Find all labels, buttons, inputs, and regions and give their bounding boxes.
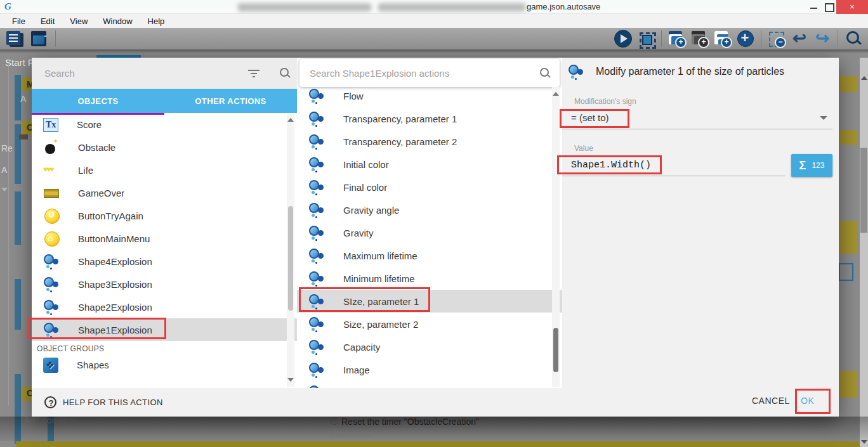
close-button[interactable]: × (836, 0, 868, 14)
chevron-down-icon[interactable] (820, 116, 827, 120)
menu-item[interactable]: Help (141, 16, 172, 26)
undo-icon[interactable]: ↩ (790, 29, 809, 48)
scene-editor-icon[interactable] (29, 29, 48, 48)
particle-emitter-icon (308, 156, 325, 172)
cancel-button[interactable]: CANCEL (752, 396, 790, 406)
main-scrollbar[interactable] (860, 58, 868, 447)
new-events-icon[interactable] (713, 29, 732, 48)
menu-item[interactable]: View (63, 16, 95, 26)
scroll-down-icon[interactable] (287, 378, 294, 382)
filter-icon[interactable] (247, 69, 260, 78)
action-row[interactable]: Minimum lifetime (297, 267, 562, 290)
remove-selection-icon[interactable] (767, 29, 786, 48)
event-header-fragment (839, 76, 858, 92)
sigma-icon: Σ (799, 159, 806, 172)
play-icon[interactable] (614, 29, 633, 48)
toolbar-divider (838, 30, 838, 47)
object-row[interactable]: Shape1Explosion (32, 318, 297, 341)
action-row[interactable]: Gravity (297, 221, 562, 244)
action-row[interactable]: Capacity (297, 335, 562, 358)
window-title: game.json.autosave (527, 2, 600, 11)
search-icon[interactable] (844, 29, 863, 48)
action-editor-dialog: OBJECTSOTHER ACTIONS Score Obstacle Life (32, 58, 839, 417)
object-icon (43, 299, 60, 315)
toolbar-divider (661, 30, 662, 47)
help-link[interactable]: HELP FOR THIS ACTION (44, 396, 163, 408)
action-title: Modify parameter 1 of the size of partic… (596, 66, 784, 77)
scroll-up-icon[interactable] (287, 118, 294, 122)
toolbar-divider (761, 30, 761, 47)
action-row[interactable]: Final color (297, 176, 562, 198)
app-logo-icon: G (4, 1, 16, 13)
redo-icon[interactable]: ↪ (813, 29, 832, 48)
particle-emitter-icon (308, 133, 325, 150)
object-group-row[interactable]: Shapes (32, 353, 297, 376)
object-row[interactable]: Life (32, 159, 297, 181)
scroll-up-icon[interactable] (861, 76, 867, 80)
timer-icon (331, 417, 338, 425)
event-indent-bar (15, 124, 21, 184)
minimize-button[interactable] (807, 0, 821, 14)
action-row[interactable]: Flow (297, 84, 562, 107)
action-row[interactable]: Maximum lifetime (297, 244, 562, 267)
scroll-up-icon[interactable] (553, 92, 559, 96)
object-row[interactable]: ButtonMainMenu (32, 227, 297, 250)
objects-tabs: OBJECTSOTHER ACTIONS (32, 89, 297, 113)
menu-item[interactable]: File (5, 16, 32, 26)
events-sheet-icon[interactable] (5, 29, 24, 48)
scrollbar-thumb[interactable] (288, 206, 293, 311)
action-row[interactable]: Image (297, 358, 562, 381)
event-indent-bar (15, 191, 21, 245)
scrollbar-thumb[interactable] (553, 328, 558, 372)
object-row[interactable]: Shape2Explosion (32, 295, 297, 318)
search-icon[interactable] (279, 67, 291, 79)
object-icon (43, 207, 60, 224)
scene-tab-label: Start F (5, 57, 32, 68)
objects-search-input[interactable] (32, 68, 222, 79)
new-scene-icon[interactable] (667, 29, 687, 48)
field-underline (562, 176, 785, 176)
actions-scrollbar[interactable] (552, 87, 560, 387)
action-row[interactable]: Gravity angle (297, 198, 562, 221)
event-indent-bar (15, 279, 21, 330)
object-icon (43, 139, 60, 155)
action-row[interactable]: Transparency, parameter 2 (297, 130, 562, 153)
objects-scrollbar[interactable] (287, 114, 294, 387)
object-row[interactable]: Obstacle (32, 136, 297, 159)
object-row[interactable]: Score (32, 113, 297, 136)
action-row-partial (297, 381, 562, 388)
particle-emitter-icon (308, 270, 325, 287)
value-input[interactable]: Shape1.Width() (571, 160, 651, 171)
action-row[interactable]: SIze, parameter 1 (297, 290, 562, 313)
sign-dropdown[interactable]: = (set to) (571, 112, 609, 123)
object-row[interactable]: ButtonTryAgain (32, 204, 297, 227)
event-header-bar (16, 441, 860, 447)
action-row[interactable]: Size, parameter 2 (297, 313, 562, 335)
debug-icon[interactable] (636, 29, 655, 48)
object-icon (43, 185, 60, 201)
object-row[interactable]: Shape4Explosion (32, 250, 297, 273)
particle-emitter-icon (308, 87, 325, 104)
object-icon (43, 253, 60, 269)
main-scrollbar-thumb[interactable] (860, 148, 867, 233)
new-extension-icon[interactable] (690, 29, 709, 48)
expression-builder-button[interactable]: Σ 123 (791, 154, 832, 177)
add-icon[interactable] (736, 29, 755, 48)
actions-search-input[interactable] (299, 68, 515, 79)
object-row[interactable]: GameOver (32, 181, 297, 204)
toolbar-divider (55, 30, 56, 47)
search-icon[interactable] (539, 67, 551, 79)
add-action-link: Add action (331, 429, 373, 439)
tab[interactable]: OBJECTS (32, 89, 164, 113)
menu-item[interactable]: Window (96, 16, 139, 26)
object-groups-header: OBJECT GROUPS (37, 344, 104, 353)
object-row[interactable]: Shape3Explosion (32, 273, 297, 295)
ok-button[interactable]: OK (801, 396, 814, 406)
action-row[interactable]: Transparency, parameter 1 (297, 107, 562, 130)
maximize-button[interactable] (822, 0, 836, 14)
menu-item[interactable]: Edit (34, 16, 62, 26)
action-row[interactable]: Initial color (297, 153, 562, 176)
object-icon (43, 230, 60, 247)
tab[interactable]: OTHER ACTIONS (164, 89, 297, 113)
event-header-fragment (839, 371, 858, 398)
